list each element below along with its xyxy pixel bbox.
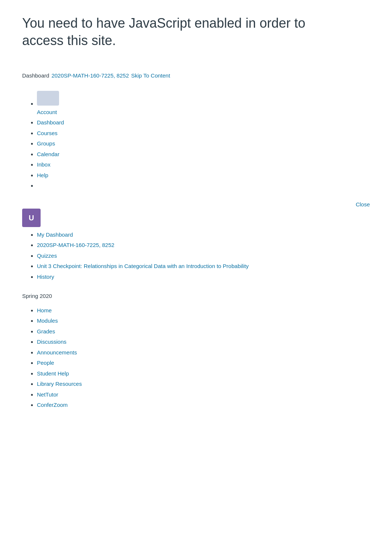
global-nav-link[interactable]: Dashboard [37, 119, 64, 126]
course-term: Spring 2020 [22, 292, 370, 301]
sidebar-nav-link[interactable]: 2020SP-MATH-160-7225, 8252 [37, 242, 114, 248]
global-nav-item: Calendar [37, 150, 370, 159]
course-nav-link[interactable]: People [37, 360, 54, 366]
global-nav-item: Courses [37, 129, 370, 138]
course-nav-list: HomeModulesGradesDiscussionsAnnouncement… [22, 306, 370, 409]
global-nav-item: Help [37, 171, 370, 180]
sidebar-nav-link[interactable]: My Dashboard [37, 231, 73, 238]
course-nav-link[interactable]: Grades [37, 328, 55, 334]
breadcrumb-skip-link[interactable]: Skip To Content [131, 72, 170, 80]
sidebar-nav-item: 2020SP-MATH-160-7225, 8252 [37, 241, 370, 250]
course-nav-item: Home [37, 306, 370, 315]
global-nav-link[interactable]: Help [37, 172, 48, 178]
course-nav-item: Announcements [37, 349, 370, 357]
global-nav-empty-item [37, 182, 370, 190]
course-nav-link[interactable]: Modules [37, 318, 58, 324]
global-nav-item: Inbox [37, 161, 370, 169]
account-avatar [37, 91, 59, 106]
course-nav-link[interactable]: Announcements [37, 349, 77, 356]
course-nav-link[interactable]: ConferZoom [37, 402, 68, 408]
user-avatar: U [22, 209, 41, 227]
course-nav-item: Grades [37, 327, 370, 336]
sidebar-nav-item: Quizzes [37, 252, 370, 260]
global-nav-link[interactable]: Inbox [37, 161, 51, 168]
course-nav-link[interactable]: Library Resources [37, 381, 82, 387]
sidebar-nav-link[interactable]: History [37, 274, 54, 280]
course-nav-link[interactable]: Discussions [37, 339, 66, 345]
course-nav-link[interactable]: NetTutor [37, 391, 58, 398]
account-avatar-item: Account [37, 91, 370, 116]
sidebar-nav: My Dashboard2020SP-MATH-160-7225, 8252Qu… [22, 231, 370, 281]
global-nav-item: Groups [37, 140, 370, 148]
global-nav-link[interactable]: Courses [37, 130, 58, 136]
course-nav-link[interactable]: Home [37, 307, 52, 313]
sidebar-panel: Close U My Dashboard2020SP-MATH-160-7225… [22, 201, 370, 419]
sidebar-nav-list: My Dashboard2020SP-MATH-160-7225, 8252Qu… [22, 231, 370, 281]
global-nav-list: Account DashboardCoursesGroupsCalendarIn… [22, 91, 370, 190]
course-nav-link[interactable]: Student Help [37, 370, 69, 377]
account-link[interactable]: Account [37, 109, 57, 115]
course-nav-item: Discussions [37, 338, 370, 346]
sidebar-nav-link[interactable]: Quizzes [37, 253, 57, 259]
global-nav-link[interactable]: Calendar [37, 151, 59, 157]
course-nav-item: Library Resources [37, 380, 370, 388]
course-nav-item: ConferZoom [37, 401, 370, 409]
sidebar-nav-item: Unit 3 Checkpoint: Relationships in Cate… [37, 262, 370, 271]
main-content: You need to have JavaScript enabled in o… [0, 0, 392, 434]
global-nav-item: Dashboard [37, 119, 370, 127]
global-nav-link[interactable]: Groups [37, 140, 55, 147]
sidebar-nav-link[interactable]: Unit 3 Checkpoint: Relationships in Cate… [37, 263, 249, 269]
global-nav: Account DashboardCoursesGroupsCalendarIn… [22, 91, 370, 190]
breadcrumb-dashboard-label: Dashboard [22, 72, 49, 80]
course-nav: HomeModulesGradesDiscussionsAnnouncement… [22, 306, 370, 409]
course-section: Spring 2020 HomeModulesGradesDiscussions… [22, 292, 370, 409]
course-nav-item: Modules [37, 317, 370, 325]
breadcrumb: Dashboard 2020SP-MATH-160-7225, 8252 Ski… [22, 72, 370, 80]
course-nav-item: NetTutor [37, 391, 370, 399]
course-nav-item: Student Help [37, 370, 370, 378]
close-button[interactable]: Close [356, 201, 370, 207]
sidebar-nav-item: My Dashboard [37, 231, 370, 239]
breadcrumb-course-link[interactable]: 2020SP-MATH-160-7225, 8252 [51, 72, 129, 80]
js-warning-heading: You need to have JavaScript enabled in o… [22, 15, 310, 49]
sidebar-nav-item: History [37, 273, 370, 281]
course-nav-item: People [37, 359, 370, 367]
